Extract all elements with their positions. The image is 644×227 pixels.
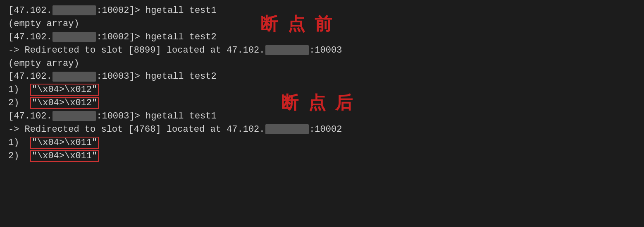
redacted-ip xyxy=(52,72,96,82)
terminal-line: -> Redirected to slot [8899] located at … xyxy=(8,44,636,57)
output-value-box: "\x04>\x012" xyxy=(30,97,99,109)
terminal-window: 断 点 前 断 点 后 [47.102. :10002]> hgetall te… xyxy=(0,0,644,227)
terminal-line: -> Redirected to slot [4768] located at … xyxy=(8,123,636,136)
output-value-box: "\x04>\x011" xyxy=(30,137,99,149)
output-value-box: "\x04>\x011" xyxy=(30,150,99,162)
redacted-ip xyxy=(265,45,309,55)
terminal-line: 2) "\x04>\x011" xyxy=(8,150,636,163)
terminal-line: [47.102. :10003]> hgetall test2 xyxy=(8,70,636,83)
annotation-before: 断 点 前 xyxy=(260,12,334,37)
annotation-after: 断 点 后 xyxy=(281,90,355,116)
redacted-ip xyxy=(52,5,96,15)
redacted-ip xyxy=(52,32,96,42)
redacted-ip xyxy=(52,111,96,121)
terminal-line: (empty array) xyxy=(8,57,636,70)
terminal-line: 1) "\x04>\x011" xyxy=(8,136,636,150)
redacted-ip xyxy=(265,124,309,134)
output-value-box: "\x04>\x012" xyxy=(30,84,99,96)
